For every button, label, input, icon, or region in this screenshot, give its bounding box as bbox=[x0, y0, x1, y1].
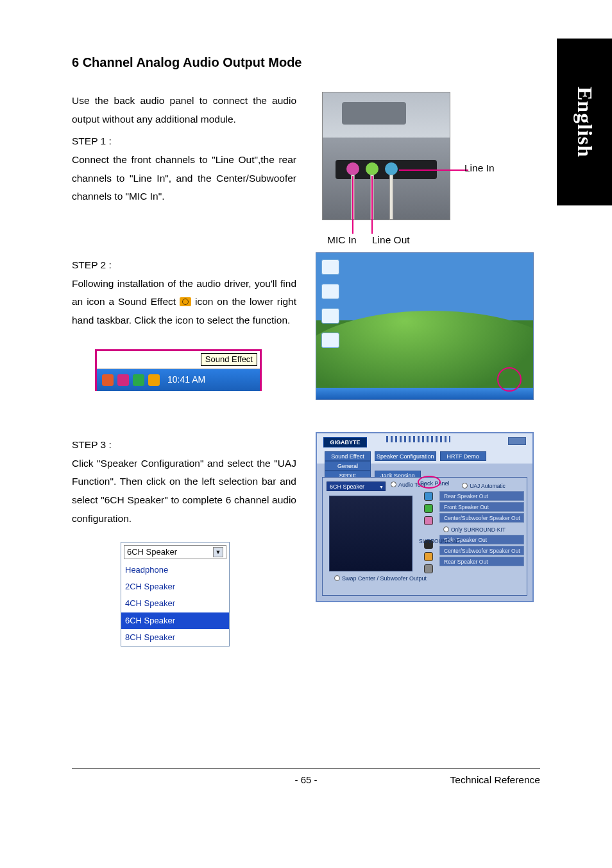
sound-effect-icon bbox=[180, 297, 191, 306]
speaker-dropdown[interactable]: 6CH Speaker ▼ Headphone 2CH Speaker 4CH … bbox=[121, 542, 230, 646]
system-tray: 10:41 AM bbox=[97, 369, 260, 391]
tray-icon[interactable] bbox=[133, 374, 144, 386]
speaker-room-diagram bbox=[329, 496, 412, 571]
tab-general[interactable]: General bbox=[325, 461, 371, 471]
sound-effect-tooltip: Sound Effect bbox=[201, 353, 257, 366]
footer-section: Technical Reference bbox=[450, 774, 540, 786]
step-1: Use the back audio panel to connect the … bbox=[72, 92, 540, 220]
gigabyte-logo: GIGABYTE bbox=[323, 437, 367, 447]
desktop-icon[interactable] bbox=[321, 333, 339, 348]
tab-hrtf[interactable]: HRTF Demo bbox=[440, 451, 486, 461]
only-surround-toggle[interactable]: Only SURROUND-KIT bbox=[439, 525, 524, 534]
dropdown-option[interactable]: 8CH Speaker bbox=[121, 629, 229, 646]
jack-label: Center/Subwoofer Speaker Out bbox=[439, 513, 524, 523]
step-3: STEP 3 : Click "Speaker Configuration" a… bbox=[72, 432, 540, 647]
label-mic-in: MIC In bbox=[327, 234, 357, 246]
radio-icon[interactable] bbox=[462, 483, 468, 489]
uaj-automatic-toggle[interactable]: UAJ Automatic bbox=[439, 482, 524, 490]
step1-figure: Line In MIC In Line Out bbox=[316, 92, 540, 220]
dropdown-selected[interactable]: 6CH Speaker ▼ bbox=[124, 545, 226, 559]
tray-sound-effect-icon[interactable] bbox=[148, 374, 160, 386]
tab-sound-effect[interactable]: Sound Effect bbox=[325, 451, 371, 461]
swap-center-sub-toggle[interactable]: Swap Center / Subwoofer Output bbox=[334, 575, 427, 582]
jack-label: Rear Speaker Out bbox=[439, 557, 524, 566]
step1-label: STEP 1 : bbox=[72, 132, 296, 151]
jack-orange-icon bbox=[424, 552, 433, 561]
highlight-circle-icon bbox=[497, 367, 522, 392]
jack-green-icon bbox=[424, 504, 433, 513]
language-tab: English bbox=[557, 39, 612, 205]
step3-body: Click "Speaker Configuration" and select… bbox=[72, 455, 296, 528]
step2-label: STEP 2 : bbox=[72, 256, 296, 275]
language-tab-label: English bbox=[573, 87, 597, 157]
dropdown-option[interactable]: 2CH Speaker bbox=[121, 578, 229, 595]
tray-clock: 10:41 AM bbox=[167, 372, 205, 388]
taskbar-screenshot: Sound Effect 10:41 AM bbox=[95, 349, 262, 391]
tray-icon[interactable] bbox=[117, 374, 129, 386]
desktop-icon[interactable] bbox=[321, 308, 339, 324]
step2-body: Following installation of the audio driv… bbox=[72, 275, 296, 330]
titlebar-grip-icon bbox=[386, 436, 450, 442]
panel-speaker-select[interactable]: 6CH Speaker bbox=[327, 482, 386, 491]
label-line-in: Line In bbox=[464, 162, 495, 174]
jack-label: Front Speaker Out bbox=[439, 502, 524, 512]
jack-label: Rear Speaker Out bbox=[439, 491, 524, 501]
dropdown-option[interactable]: 4CH Speaker bbox=[121, 595, 229, 612]
step1-body: Connect the front channels to "Line Out"… bbox=[72, 151, 296, 206]
jack-blue-icon bbox=[424, 492, 433, 501]
dropdown-list: Headphone 2CH Speaker 4CH Speaker 6CH Sp… bbox=[121, 562, 229, 645]
dropdown-selected-label: 6CH Speaker bbox=[127, 544, 177, 560]
step3-label: STEP 3 : bbox=[72, 436, 296, 455]
dropdown-option-selected[interactable]: 6CH Speaker bbox=[121, 612, 229, 629]
tray-icon[interactable] bbox=[102, 374, 114, 386]
desktop-screenshot bbox=[316, 252, 534, 400]
jack-label: Center/Subwoofer Speaker Out bbox=[439, 546, 524, 555]
tab-speaker-config[interactable]: Speaker Configuration bbox=[375, 451, 436, 461]
radio-icon[interactable] bbox=[391, 482, 396, 487]
window-buttons[interactable] bbox=[508, 437, 526, 445]
speaker-config-panel: GIGABYTE Sound Effect Speaker Configurat… bbox=[316, 432, 534, 602]
highlight-circle-icon bbox=[418, 476, 441, 489]
step-2: STEP 2 : Following installation of the a… bbox=[72, 252, 540, 400]
chevron-down-icon[interactable]: ▼ bbox=[213, 547, 223, 557]
radio-icon[interactable] bbox=[443, 526, 449, 532]
desktop-taskbar[interactable] bbox=[316, 388, 533, 399]
label-line-out: Line Out bbox=[372, 234, 410, 246]
radio-icon[interactable] bbox=[334, 575, 340, 581]
jack-pink-icon bbox=[424, 516, 433, 525]
audio-panel-photo bbox=[322, 92, 450, 220]
desktop-icon[interactable] bbox=[321, 259, 339, 275]
jack-column bbox=[424, 492, 433, 577]
dropdown-option[interactable]: Headphone bbox=[121, 562, 229, 578]
page-title: 6 Channel Analog Audio Output Mode bbox=[72, 55, 540, 70]
footer-rule bbox=[72, 768, 540, 768]
surround-kit-label: SURROUND-KIT bbox=[419, 538, 461, 544]
desktop-icon[interactable] bbox=[321, 284, 339, 299]
step1-intro: Use the back audio panel to connect the … bbox=[72, 92, 296, 128]
jack-grey-icon bbox=[424, 564, 433, 573]
